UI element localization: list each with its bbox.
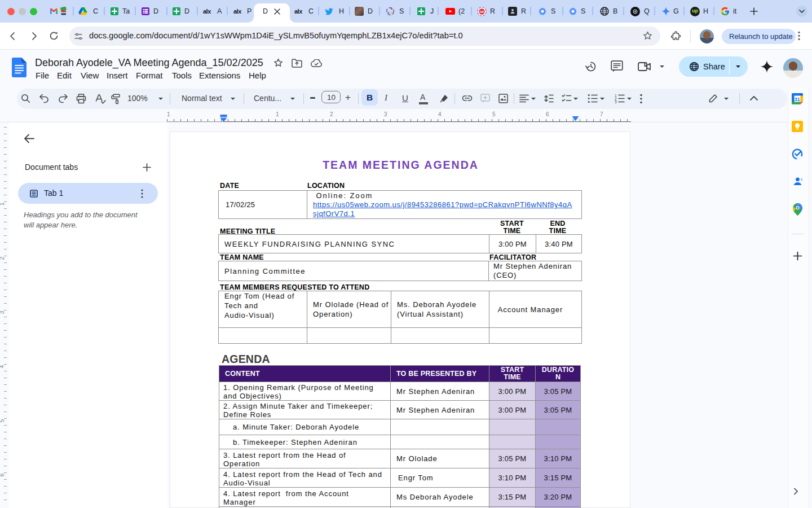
svg-text:31: 31 [795, 97, 800, 102]
svg-text:3: 3 [615, 100, 617, 103]
svg-text:OK: OK [479, 10, 484, 14]
